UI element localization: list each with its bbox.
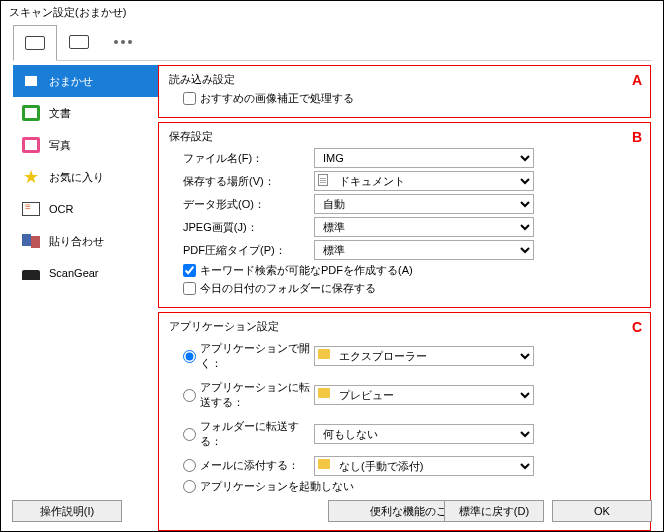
send-app-row[interactable]: アプリケーションに転送する： — [169, 380, 314, 410]
window-title: スキャン設定(おまかせ) — [1, 1, 663, 24]
sidebar-item-stitch[interactable]: 貼り合わせ — [13, 225, 158, 257]
recommended-correction-checkbox[interactable] — [183, 92, 196, 105]
keyword-pdf-checkbox[interactable] — [183, 264, 196, 277]
jpeg-field[interactable]: 標準 — [314, 217, 534, 237]
saveto-label: 保存する場所(V)： — [169, 174, 314, 189]
filename-label: ファイル名(F)： — [169, 151, 314, 166]
send-app-field[interactable]: プレビュー — [314, 385, 534, 405]
ocr-icon — [21, 200, 41, 218]
scanner-icon — [25, 36, 45, 50]
keyword-pdf-label: キーワード検索が可能なPDFを作成する(A) — [200, 263, 413, 278]
description-button[interactable]: 操作説明(I) — [12, 500, 122, 522]
sidebar: おまかせ 文書 写真 ★お気に入り OCR 貼り合わせ ScanGear — [13, 65, 158, 532]
sidebar-item-label: 写真 — [49, 138, 71, 153]
open-with-row[interactable]: アプリケーションで開く： — [169, 341, 314, 371]
mail-radio[interactable] — [183, 459, 196, 472]
sidebar-item-label: 貼り合わせ — [49, 234, 104, 249]
open-with-field[interactable]: エクスプローラー — [314, 346, 534, 366]
send-folder-radio[interactable] — [183, 428, 196, 441]
format-label: データ形式(O)： — [169, 197, 314, 212]
no-launch-label: アプリケーションを起動しない — [200, 479, 354, 494]
saveto-field[interactable]: ドキュメント — [314, 171, 534, 191]
stitch-icon — [21, 232, 41, 250]
send-folder-label: フォルダーに転送する： — [200, 419, 314, 449]
photo-icon — [21, 136, 41, 154]
date-folder-label: 今日の日付のフォルダーに保存する — [200, 281, 376, 296]
group-title: アプリケーション設定 — [169, 319, 640, 334]
mail-label: メールに添付する： — [200, 458, 299, 473]
footer: 操作説明(I) 標準に戻す(D) OK — [12, 500, 652, 522]
pdf-field[interactable]: 標準 — [314, 240, 534, 260]
send-app-radio[interactable] — [183, 389, 196, 402]
sidebar-item-label: ScanGear — [49, 267, 99, 279]
sidebar-item-scangear[interactable]: ScanGear — [13, 257, 158, 289]
send-app-label: アプリケーションに転送する： — [200, 380, 314, 410]
group-title: 保存設定 — [169, 129, 640, 144]
sidebar-item-document[interactable]: 文書 — [13, 97, 158, 129]
printer-icon — [69, 35, 89, 49]
tab-more[interactable] — [101, 24, 145, 60]
document-folder-icon — [318, 174, 330, 186]
scangear-icon — [21, 264, 41, 282]
date-folder-checkbox[interactable] — [183, 282, 196, 295]
recommended-correction-label: おすすめの画像補正で処理する — [200, 91, 354, 106]
sidebar-item-auto[interactable]: おまかせ — [13, 65, 158, 97]
format-field[interactable]: 自動 — [314, 194, 534, 214]
auto-icon — [21, 72, 41, 90]
folder-icon — [318, 459, 330, 471]
group-save-settings: B 保存設定 ファイル名(F)： IMG 保存する場所(V)： ドキュメント デ… — [158, 122, 651, 308]
group-marker-c: C — [632, 319, 642, 335]
sidebar-item-photo[interactable]: 写真 — [13, 129, 158, 161]
sidebar-item-label: OCR — [49, 203, 73, 215]
sidebar-item-label: お気に入り — [49, 170, 104, 185]
keyword-pdf-row[interactable]: キーワード検索が可能なPDFを作成する(A) — [169, 263, 640, 278]
recommended-correction-row[interactable]: おすすめの画像補正で処理する — [169, 91, 640, 106]
group-title: 読み込み設定 — [169, 72, 640, 87]
tab-scanner[interactable] — [13, 25, 57, 61]
reset-defaults-button[interactable]: 標準に戻す(D) — [444, 500, 544, 522]
sidebar-item-label: おまかせ — [49, 74, 93, 89]
filename-field[interactable]: IMG — [314, 148, 534, 168]
open-with-label: アプリケーションで開く： — [200, 341, 314, 371]
sidebar-item-label: 文書 — [49, 106, 71, 121]
device-tabs — [13, 24, 651, 61]
group-marker-a: A — [632, 72, 642, 88]
no-launch-row[interactable]: アプリケーションを起動しない — [169, 479, 640, 494]
no-launch-radio[interactable] — [183, 480, 196, 493]
ok-button[interactable]: OK — [552, 500, 652, 522]
pdf-label: PDF圧縮タイプ(P)： — [169, 243, 314, 258]
tab-printer[interactable] — [57, 24, 101, 60]
ellipsis-icon — [114, 40, 132, 44]
sidebar-item-favorite[interactable]: ★お気に入り — [13, 161, 158, 193]
mail-row[interactable]: メールに添付する： — [169, 458, 314, 473]
group-read-settings: A 読み込み設定 おすすめの画像補正で処理する — [158, 65, 651, 118]
folder-icon — [318, 349, 330, 361]
document-icon — [21, 104, 41, 122]
send-folder-row[interactable]: フォルダーに転送する： — [169, 419, 314, 449]
group-app-settings: C アプリケーション設定 アプリケーションで開く： エクスプローラー アプリケー… — [158, 312, 651, 531]
open-with-radio[interactable] — [183, 350, 196, 363]
send-folder-field[interactable]: 何もしない — [314, 424, 534, 444]
star-icon: ★ — [21, 168, 41, 186]
folder-icon — [318, 388, 330, 400]
group-marker-b: B — [632, 129, 642, 145]
mail-field[interactable]: なし(手動で添付) — [314, 456, 534, 476]
date-folder-row[interactable]: 今日の日付のフォルダーに保存する — [169, 281, 640, 296]
jpeg-label: JPEG画質(J)： — [169, 220, 314, 235]
sidebar-item-ocr[interactable]: OCR — [13, 193, 158, 225]
